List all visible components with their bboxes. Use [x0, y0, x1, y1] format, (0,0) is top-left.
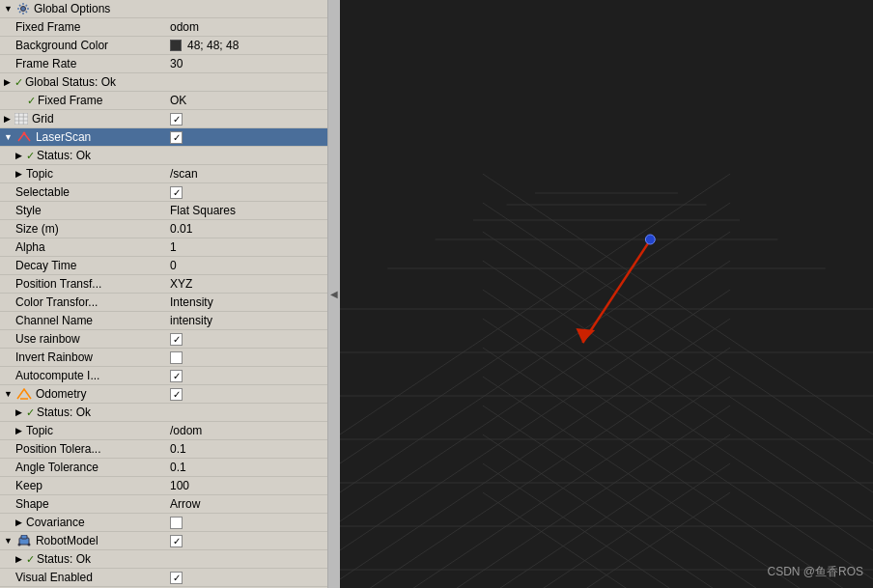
grid-val[interactable]: [166, 113, 327, 126]
invert-rainbow-val[interactable]: [166, 351, 327, 364]
laserscan-row[interactable]: ▼ LaserScan: [0, 128, 327, 147]
color-swatch[interactable]: [170, 40, 182, 51]
grid-arrow[interactable]: ▶: [4, 114, 11, 124]
pos-tolerance-key: Position Tolera...: [0, 442, 166, 456]
alpha-val[interactable]: 1: [166, 240, 327, 254]
odom-status-key: ▶ ✓ Status: Ok: [0, 406, 166, 419]
frame-rate-key: Frame Rate: [0, 57, 166, 70]
keep-row: Keep 100: [0, 477, 327, 495]
ls-status-icon: ✓: [26, 150, 35, 162]
decay-time-val[interactable]: 0: [166, 259, 327, 272]
grid-key: ▶ Grid: [0, 112, 166, 126]
pos-transform-row: Position Transf... XYZ: [0, 275, 327, 294]
laserscan-key: ▼ LaserScan: [0, 130, 166, 144]
ls-status-arrow[interactable]: ▶: [15, 151, 22, 160]
angle-tolerance-row: Angle Tolerance 0.1: [0, 459, 327, 477]
collapse-icon[interactable]: ◀: [330, 289, 338, 299]
laserscan-status-key: ▶ ✓ Status: Ok: [0, 149, 166, 162]
visual-enabled-val[interactable]: [166, 572, 327, 584]
channel-name-val[interactable]: intensity: [166, 314, 327, 327]
svg-point-10: [17, 544, 20, 546]
global-options-label: Global Options: [34, 2, 110, 15]
odom-status-icon: ✓: [26, 406, 35, 419]
odometry-row[interactable]: ▼ Odometry: [0, 385, 327, 404]
covariance-row[interactable]: ▶ Covariance: [0, 514, 327, 532]
robotmodel-row[interactable]: ▼ RobotModel: [0, 532, 327, 550]
robotmodel-label: RobotModel: [36, 534, 99, 547]
pos-transform-val[interactable]: XYZ: [166, 277, 327, 291]
color-transform-val[interactable]: Intensity: [166, 295, 327, 309]
3d-viewport[interactable]: CSDN @鱼香ROS: [340, 0, 873, 588]
fixed-frame-val[interactable]: odom: [166, 20, 327, 34]
odom-status-row[interactable]: ▶ ✓ Status: Ok: [0, 404, 327, 422]
selectable-val[interactable]: [166, 186, 327, 199]
laserscan-status-row[interactable]: ▶ ✓ Status: Ok: [0, 147, 327, 165]
fixed-frame-ok-key: ✓ Fixed Frame: [0, 94, 166, 107]
shape-label: Shape: [15, 497, 49, 511]
laserscan-checkbox[interactable]: [170, 131, 183, 144]
style-val[interactable]: Flat Squares: [166, 204, 327, 217]
ls-topic-arrow[interactable]: ▶: [15, 169, 22, 179]
global-status-row[interactable]: ▶ ✓ Global Status: Ok: [0, 73, 327, 92]
covariance-checkbox[interactable]: [170, 517, 183, 529]
frame-rate-label: Frame Rate: [15, 57, 76, 70]
frame-rate-val[interactable]: 30: [166, 57, 327, 70]
use-rainbow-val[interactable]: [166, 333, 327, 346]
grid-checkbox[interactable]: [170, 113, 183, 126]
odom-topic-arrow[interactable]: ▶: [15, 426, 22, 435]
laserscan-arrow[interactable]: ▼: [4, 132, 13, 142]
size-val[interactable]: 0.01: [166, 222, 327, 236]
pos-transform-label: Position Transf...: [15, 277, 101, 291]
properties-panel[interactable]: ▼ Global Options Fixed Frame odom Backgr…: [0, 0, 328, 588]
autocompute-val[interactable]: [166, 370, 327, 382]
keep-val[interactable]: 100: [166, 479, 327, 492]
laserscan-val[interactable]: [166, 131, 327, 144]
robotmodel-checkbox[interactable]: [170, 535, 183, 547]
invert-rainbow-row: Invert Rainbow: [0, 349, 327, 367]
covariance-val[interactable]: [166, 517, 327, 529]
panel-resize-handle[interactable]: ◀: [328, 0, 340, 588]
robot-position-dot: [645, 235, 655, 244]
svg-point-6: [22, 132, 25, 135]
odometry-checkbox-val[interactable]: [166, 388, 327, 401]
frame-rate-row: Frame Rate 30: [0, 55, 327, 73]
status-arrow[interactable]: ▶: [4, 77, 11, 87]
robotmodel-key: ▼ RobotModel: [0, 534, 166, 547]
selectable-checkbox[interactable]: [170, 186, 183, 199]
robot-status-label: Status: Ok: [37, 552, 91, 566]
style-row: Style Flat Squares: [0, 202, 327, 220]
global-status-key: ▶ ✓ Global Status: Ok: [0, 75, 166, 89]
shape-val[interactable]: Arrow: [166, 497, 327, 511]
global-options-row[interactable]: ▼ Global Options: [0, 0, 327, 18]
invert-rainbow-checkbox[interactable]: [170, 351, 183, 364]
selectable-key: Selectable: [0, 185, 166, 199]
odom-topic-val[interactable]: /odom: [166, 424, 327, 437]
visual-enabled-checkbox[interactable]: [170, 572, 183, 584]
ls-topic-label: Topic: [26, 167, 53, 181]
gear-icon: [16, 2, 30, 15]
pos-tolerance-val[interactable]: 0.1: [166, 442, 327, 456]
robot-arrow[interactable]: ▼: [4, 536, 13, 546]
cov-arrow[interactable]: ▶: [15, 518, 22, 527]
autocompute-checkbox[interactable]: [170, 370, 183, 382]
odom-status-arrow[interactable]: ▶: [15, 407, 22, 417]
bg-color-val[interactable]: 48; 48; 48: [166, 39, 327, 52]
odometry-checkbox[interactable]: [170, 388, 183, 401]
expand-arrow[interactable]: ▼: [4, 4, 13, 14]
svg-rect-12: [340, 0, 873, 588]
size-key: Size (m): [0, 222, 166, 236]
keep-key: Keep: [0, 479, 166, 492]
alpha-label: Alpha: [15, 240, 45, 254]
odom-arrow[interactable]: ▼: [4, 389, 13, 399]
angle-tolerance-val[interactable]: 0.1: [166, 461, 327, 474]
use-rainbow-checkbox[interactable]: [170, 333, 183, 346]
robot-status-row[interactable]: ▶ ✓ Status: Ok: [0, 550, 327, 569]
robotmodel-val[interactable]: [166, 535, 327, 547]
grid-row[interactable]: ▶ Grid: [0, 110, 327, 128]
robot-status-arrow[interactable]: ▶: [15, 554, 22, 564]
global-status-label: Global Status: Ok: [25, 75, 116, 89]
pos-tolerance-label: Position Tolera...: [15, 442, 101, 456]
ls-topic-val[interactable]: /scan: [166, 167, 327, 181]
grid-icon: [14, 113, 28, 125]
odometry-icon: [16, 388, 32, 400]
